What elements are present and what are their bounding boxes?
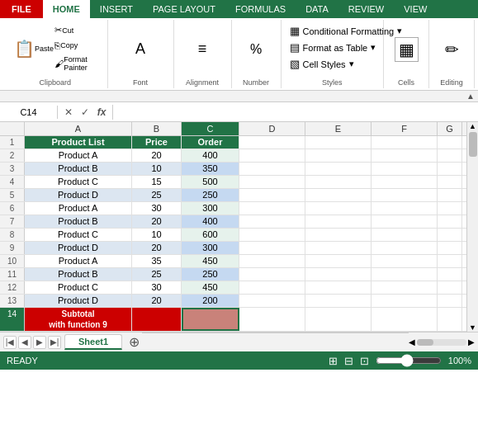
cell-a5[interactable]: Product D <box>25 189 132 201</box>
copy-button[interactable]: ⎘ Copy <box>51 39 100 52</box>
cell-f14[interactable] <box>372 308 438 331</box>
scroll-left-btn[interactable]: ◀ <box>409 337 415 347</box>
cell-d12[interactable] <box>239 281 305 294</box>
cell-f5[interactable] <box>372 189 438 201</box>
cell-d8[interactable] <box>239 229 305 241</box>
cell-f1[interactable] <box>372 136 438 149</box>
cell-c8[interactable]: 600 <box>182 229 239 241</box>
status-icon-3[interactable]: ⊡ <box>360 355 369 367</box>
cell-f2[interactable] <box>372 149 438 162</box>
col-header-a[interactable]: A <box>25 122 132 135</box>
cell-a10[interactable]: Product A <box>25 255 132 267</box>
cell-a14[interactable]: Subtotalwith function 9 <box>25 308 132 331</box>
cell-b3[interactable]: 10 <box>132 163 182 175</box>
cell-g8[interactable] <box>438 229 462 241</box>
cell-e14[interactable] <box>305 308 372 331</box>
tab-formulas[interactable]: FORMULAS <box>225 0 296 18</box>
cell-d7[interactable] <box>239 215 305 228</box>
cell-c4[interactable]: 500 <box>182 176 239 188</box>
cell-c9[interactable]: 300 <box>182 242 239 254</box>
cell-d14[interactable] <box>239 308 305 331</box>
horizontal-scrollbar[interactable] <box>417 339 466 346</box>
cell-c11[interactable]: 250 <box>182 268 239 281</box>
cell-e7[interactable] <box>305 215 372 228</box>
paste-button[interactable]: 📋 Paste <box>10 38 48 59</box>
tab-insert[interactable]: INSERT <box>90 0 143 18</box>
col-header-d[interactable]: D <box>239 122 305 135</box>
cell-g14[interactable] <box>438 308 462 331</box>
vertical-scrollbar[interactable]: ▲ ▼ <box>466 122 478 332</box>
cell-e4[interactable] <box>305 176 372 188</box>
zoom-slider[interactable] <box>376 354 442 367</box>
cell-b5[interactable]: 25 <box>132 189 182 201</box>
cell-e10[interactable] <box>305 255 372 267</box>
cell-d10[interactable] <box>239 255 305 267</box>
cell-c5[interactable]: 250 <box>182 189 239 201</box>
ribbon-collapse-icon[interactable]: ▲ <box>466 92 475 101</box>
cancel-formula-btn[interactable]: ✕ <box>61 105 76 120</box>
prev-sheet-btn[interactable]: ◀ <box>18 336 31 349</box>
cell-g6[interactable] <box>438 202 462 215</box>
cell-e13[interactable] <box>305 295 372 307</box>
cell-b13[interactable]: 20 <box>132 295 182 307</box>
cell-d2[interactable] <box>239 149 305 162</box>
cell-d6[interactable] <box>239 202 305 215</box>
cell-g13[interactable] <box>438 295 462 307</box>
sheet-tab-sheet1[interactable]: Sheet1 <box>64 334 122 350</box>
cell-a4[interactable]: Product C <box>25 176 132 188</box>
tab-page-layout[interactable]: PAGE LAYOUT <box>143 0 225 18</box>
cell-e9[interactable] <box>305 242 372 254</box>
cell-b14[interactable] <box>132 308 182 331</box>
tab-data[interactable]: DATA <box>296 0 338 18</box>
cell-d9[interactable] <box>239 242 305 254</box>
conditional-formatting-button[interactable]: ▦ Conditional Formatting ▾ <box>286 23 378 39</box>
status-icon-2[interactable]: ⊟ <box>344 355 353 367</box>
cell-d5[interactable] <box>239 189 305 201</box>
cell-e2[interactable] <box>305 149 372 162</box>
cell-g2[interactable] <box>438 149 462 162</box>
tab-view[interactable]: VIEW <box>394 0 437 18</box>
cell-b12[interactable]: 30 <box>132 281 182 294</box>
cell-a9[interactable]: Product D <box>25 242 132 254</box>
cell-a12[interactable]: Product C <box>25 281 132 294</box>
first-sheet-btn[interactable]: |◀ <box>3 336 17 349</box>
col-header-e[interactable]: E <box>305 122 372 135</box>
cell-a11[interactable]: Product B <box>25 268 132 281</box>
cell-d11[interactable] <box>239 268 305 281</box>
name-box[interactable] <box>0 106 58 119</box>
cell-a3[interactable]: Product B <box>25 163 132 175</box>
format-painter-button[interactable]: 🖌 Format Painter <box>51 54 100 73</box>
cell-e12[interactable] <box>305 281 372 294</box>
cell-f7[interactable] <box>372 215 438 228</box>
cell-e3[interactable] <box>305 163 372 175</box>
cell-b6[interactable]: 30 <box>132 202 182 215</box>
cell-a2[interactable]: Product A <box>25 149 132 162</box>
cell-f9[interactable] <box>372 242 438 254</box>
cell-d3[interactable] <box>239 163 305 175</box>
cell-e8[interactable] <box>305 229 372 241</box>
cell-d13[interactable] <box>239 295 305 307</box>
cell-g11[interactable] <box>438 268 462 281</box>
cell-c10[interactable]: 450 <box>182 255 239 267</box>
cell-g9[interactable] <box>438 242 462 254</box>
cell-a8[interactable]: Product C <box>25 229 132 241</box>
cell-c3[interactable]: 350 <box>182 163 239 175</box>
status-icon-1[interactable]: ⊞ <box>329 355 338 367</box>
format-as-table-button[interactable]: ▤ Format as Table ▾ <box>286 40 378 55</box>
cell-f6[interactable] <box>372 202 438 215</box>
cell-a6[interactable]: Product A <box>25 202 132 215</box>
cell-f10[interactable] <box>372 255 438 267</box>
cell-f12[interactable] <box>372 281 438 294</box>
cell-a1[interactable]: Product List <box>25 136 132 149</box>
cell-d4[interactable] <box>239 176 305 188</box>
cell-b2[interactable]: 20 <box>132 149 182 162</box>
file-tab[interactable]: FILE <box>0 0 43 18</box>
scroll-thumb[interactable] <box>469 132 477 157</box>
scroll-right-btn[interactable]: ▶ <box>468 337 475 347</box>
cell-c6[interactable]: 300 <box>182 202 239 215</box>
cell-f3[interactable] <box>372 163 438 175</box>
cell-a7[interactable]: Product B <box>25 215 132 228</box>
insert-function-btn[interactable]: fx <box>94 105 109 120</box>
tab-review[interactable]: REVIEW <box>338 0 394 18</box>
cut-button[interactable]: ✂ Cut <box>51 23 100 37</box>
